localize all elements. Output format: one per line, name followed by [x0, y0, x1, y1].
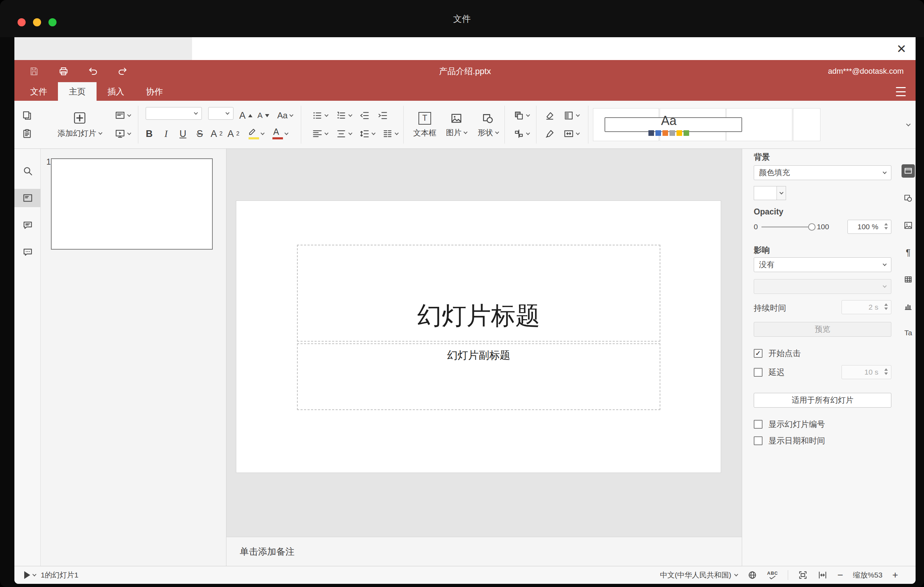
fit-slide-button[interactable]	[798, 570, 808, 580]
subscript-button[interactable]: A2	[226, 126, 241, 142]
slider-knob[interactable]	[808, 223, 815, 231]
subscript-letter: A	[228, 129, 234, 139]
paragraph-settings-tab[interactable]: ¶	[901, 246, 915, 259]
font-color-button[interactable]: A	[268, 126, 290, 142]
duration-label: 持续时间	[754, 303, 786, 313]
close-icon[interactable]: ✕	[897, 37, 907, 60]
zoom-level[interactable]: 缩放%53	[853, 570, 883, 580]
underline-letter: U	[180, 129, 186, 139]
start-slideshow-status-button[interactable]	[24, 571, 36, 579]
apply-to-all-slides-button[interactable]: 适用于所有幻灯片	[754, 393, 891, 407]
color-scheme-button[interactable]	[560, 108, 582, 123]
effect-label: 影响	[754, 245, 770, 256]
document-language-button[interactable]	[747, 570, 757, 580]
bullets-button[interactable]	[309, 108, 331, 123]
horizontal-align-button[interactable]	[309, 126, 331, 142]
clear-style-button[interactable]	[542, 108, 558, 123]
outdent-icon	[359, 110, 370, 121]
show-slide-number-checkbox[interactable]	[754, 420, 762, 429]
comments-button[interactable]	[20, 217, 36, 234]
font-size-combobox[interactable]	[208, 107, 233, 120]
paste-button[interactable]	[19, 126, 35, 142]
title-placeholder[interactable]: 幻灯片标题	[297, 245, 660, 341]
language-selector[interactable]: 中文(中华人民共和国)	[660, 570, 738, 580]
decrease-font-size-button[interactable]: A	[255, 108, 271, 123]
italic-button[interactable]: I	[158, 126, 174, 142]
slide-settings-panel: 背景 颜色填充 Opacity 0 100 100 % 影响 没有 持续时间 2…	[742, 149, 901, 566]
tab-collaboration[interactable]: 协作	[135, 82, 174, 101]
image-settings-tab[interactable]	[901, 219, 915, 232]
shape-settings-tab[interactable]	[901, 191, 915, 204]
bold-button[interactable]: B	[146, 129, 153, 139]
zoom-out-button[interactable]: −	[837, 570, 843, 580]
fit-slide-icon	[798, 570, 808, 580]
copy-button[interactable]	[19, 108, 35, 123]
fill-type-select[interactable]: 颜色填充	[754, 165, 891, 180]
delay-row[interactable]: 延迟	[754, 367, 785, 378]
theme-sample-letters: Aa	[661, 114, 676, 128]
vertical-align-button[interactable]	[332, 126, 355, 142]
columns-button[interactable]	[379, 126, 401, 142]
chevron-down-icon	[495, 130, 499, 134]
status-divider	[788, 570, 788, 580]
numbering-button[interactable]	[332, 108, 355, 123]
insert-image-button[interactable]: 图片	[441, 106, 472, 144]
underline-button[interactable]: U	[175, 126, 191, 142]
notes-area[interactable]: 单击添加备注	[226, 537, 742, 566]
insert-shape-button[interactable]: 形状	[473, 106, 503, 144]
zoom-in-button[interactable]: +	[893, 570, 898, 580]
font-name-combobox[interactable]	[146, 107, 202, 120]
show-slide-number-label: 显示幻灯片编号	[769, 419, 825, 430]
search-button[interactable]	[20, 163, 36, 179]
effect-value: 没有	[759, 259, 774, 270]
arrange-shapes-button[interactable]	[510, 108, 533, 123]
fill-color-picker[interactable]	[754, 186, 786, 200]
start-slideshow-button[interactable]	[111, 126, 134, 142]
start-on-click-row[interactable]: 开始点击	[754, 348, 801, 358]
menu-hamburger-icon[interactable]	[896, 87, 906, 96]
superscript-button[interactable]: A2	[209, 126, 224, 142]
spellcheck-abc-icon: ABC	[767, 571, 778, 576]
highlight-color-button[interactable]	[243, 126, 266, 142]
start-on-click-checkbox[interactable]	[754, 349, 762, 358]
change-case-button[interactable]: Aa	[273, 108, 297, 123]
show-date-time-checkbox[interactable]	[754, 436, 762, 445]
slides-panel-button[interactable]	[20, 190, 36, 206]
theme-gallery-expand-button[interactable]	[901, 117, 915, 132]
insert-text-box-button[interactable]: T 文本框	[410, 106, 440, 144]
subtitle-placeholder[interactable]: 幻灯片副标题	[297, 343, 660, 410]
increase-indent-button[interactable]	[375, 108, 391, 123]
text-art-settings-tab[interactable]: Ta	[901, 326, 915, 340]
chevron-down-icon	[883, 284, 886, 287]
decrease-indent-button[interactable]	[356, 108, 373, 123]
tab-home[interactable]: 主页	[58, 82, 97, 101]
slide[interactable]: 幻灯片标题 幻灯片副标题	[236, 201, 721, 473]
show-slide-number-row[interactable]: 显示幻灯片编号	[754, 419, 825, 429]
effect-select[interactable]: 没有	[754, 257, 891, 272]
chart-settings-tab[interactable]	[901, 300, 915, 313]
opacity-spinner[interactable]: 100 %	[848, 220, 891, 234]
strikethrough-button[interactable]: S	[192, 126, 208, 142]
spinner-arrows-icon[interactable]	[884, 223, 888, 229]
slide-size-button[interactable]	[560, 126, 582, 142]
show-date-time-row[interactable]: 显示日期和时间	[754, 435, 825, 446]
spellcheck-button[interactable]: ABC	[767, 571, 778, 580]
copy-style-button[interactable]	[542, 126, 558, 142]
tab-file[interactable]: 文件	[19, 82, 58, 101]
table-settings-tab[interactable]	[901, 273, 915, 286]
macos-titlebar: 文件	[0, 0, 924, 37]
theme-thumbnail[interactable]	[793, 108, 820, 141]
align-shapes-button[interactable]	[510, 126, 533, 142]
increase-font-size-button[interactable]: A	[238, 108, 254, 123]
slide-settings-tab[interactable]	[901, 164, 915, 178]
delay-checkbox[interactable]	[754, 368, 762, 377]
fit-width-button[interactable]	[818, 570, 827, 580]
opacity-slider[interactable]	[761, 226, 814, 228]
line-spacing-button[interactable]	[356, 126, 378, 142]
add-slide-button[interactable]: 添加幻灯片	[48, 105, 111, 144]
feedback-button[interactable]	[20, 244, 36, 261]
tab-insert[interactable]: 插入	[97, 82, 135, 101]
change-layout-button[interactable]	[111, 108, 134, 123]
slide-thumbnail[interactable]	[51, 158, 213, 250]
theme-thumbnail-selected[interactable]: Aa	[604, 117, 742, 132]
